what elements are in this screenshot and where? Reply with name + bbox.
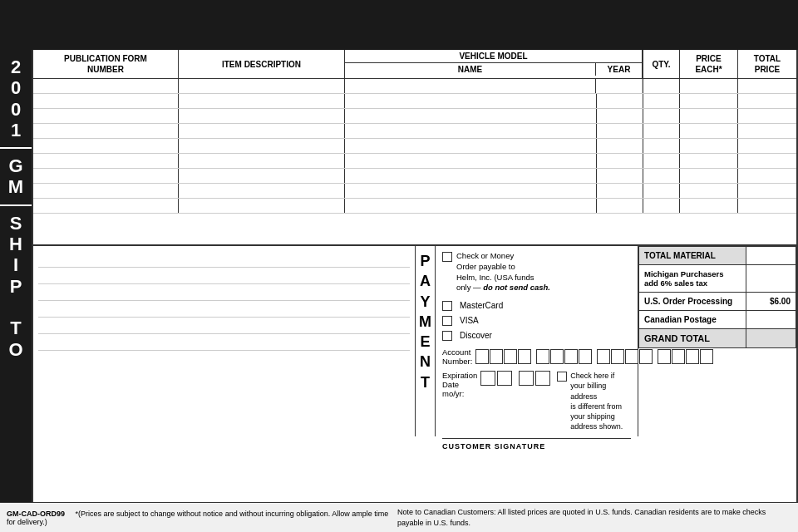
- ship-to-area: [33, 246, 416, 436]
- payment-content: Check or Money Order payable to Helm, In…: [436, 246, 638, 436]
- vehicle-sub-header: NAME YEAR: [345, 63, 642, 76]
- table-row: [33, 94, 796, 109]
- col-vehicle-year: YEAR: [596, 63, 642, 76]
- acct-box[interactable]: [490, 349, 503, 364]
- table-row: [33, 79, 796, 94]
- us-order-label: U.S. Order Processing: [639, 293, 746, 311]
- acct-box[interactable]: [597, 349, 610, 364]
- footer-bar: GM-CAD-ORD99 *(Prices are subject to cha…: [0, 502, 798, 532]
- acct-box[interactable]: [536, 349, 549, 364]
- michigan-label: Michigan Purchasers add 6% sales tax: [639, 265, 746, 293]
- acct-box[interactable]: [550, 349, 564, 364]
- table-row: [33, 109, 796, 124]
- customer-signature-area: CUSTOMER SIGNATURE: [442, 438, 631, 451]
- page-wrapper: 2 0 0 1 G M S H I P T O: [0, 0, 798, 532]
- payment-summary: TOTAL MATERIAL Michigan Purchasers add 6…: [638, 246, 796, 436]
- exp-box[interactable]: [519, 371, 534, 386]
- top-bar: [0, 0, 798, 50]
- discover-option: Discover: [442, 330, 631, 341]
- year-label: 2 0 0 1: [11, 57, 21, 140]
- acct-box[interactable]: [564, 349, 578, 364]
- visa-checkbox[interactable]: [442, 316, 452, 326]
- us-order-row: U.S. Order Processing $6.00: [639, 293, 796, 311]
- acct-box[interactable]: [475, 349, 489, 364]
- visa-option: VISA: [442, 315, 631, 326]
- table-row: [33, 199, 796, 214]
- brand-label: G M: [8, 155, 23, 198]
- col-item-desc: ITEM DESCRIPTION: [179, 50, 345, 78]
- canadian-postage-row: Canadian Postage: [639, 311, 796, 329]
- us-order-value: $6.00: [746, 293, 796, 311]
- col-price-each: PRICE EACH*: [680, 50, 738, 78]
- check-money-checkbox[interactable]: [442, 252, 452, 262]
- mastercard-option: MasterCard: [442, 300, 631, 311]
- ship-to-label: S H I P T O: [8, 213, 22, 360]
- account-number-row: Account Number:: [442, 347, 631, 366]
- left-divider: [0, 147, 32, 149]
- left-label-bar: 2 0 0 1 G M S H I P T O: [0, 50, 32, 502]
- col-pub-number: PUBLICATION FORM NUMBER: [33, 50, 179, 78]
- summary-table: TOTAL MATERIAL Michigan Purchasers add 6…: [638, 246, 796, 348]
- acct-box[interactable]: [625, 349, 638, 364]
- col-vehicle-name: NAME: [345, 63, 596, 76]
- table-row: [33, 139, 796, 154]
- canadian-postage-value: [746, 311, 796, 329]
- footer-right: Note to Canadian Customers: All listed p…: [389, 507, 791, 528]
- total-material-label: TOTAL MATERIAL: [639, 247, 746, 265]
- grand-total-row: GRAND TOTAL: [639, 329, 796, 348]
- exp-boxes: [480, 371, 550, 386]
- table-header: PUBLICATION FORM NUMBER ITEM DESCRIPTION…: [33, 50, 796, 79]
- billing-address-check: Check here if your billing address is di…: [557, 371, 631, 431]
- discover-checkbox[interactable]: [442, 331, 452, 341]
- bottom-section: P A Y M E N T Check or Money Order p: [33, 245, 796, 436]
- expiration-row: Expiration Date mo/yr: Check here if y: [442, 371, 631, 431]
- grand-total-value: [746, 329, 796, 348]
- billing-address-checkbox[interactable]: [557, 372, 567, 382]
- col-vehicle-model: VEHICLE MODEL NAME YEAR: [345, 50, 643, 78]
- table-body-top: [33, 79, 796, 245]
- col-total-price: TOTAL PRICE: [738, 50, 796, 78]
- acct-box[interactable]: [504, 349, 517, 364]
- col-qty: QTY.: [643, 50, 680, 78]
- table-row: [33, 124, 796, 139]
- acct-box[interactable]: [518, 349, 531, 364]
- acct-box[interactable]: [579, 349, 592, 364]
- left-divider-2: [0, 204, 32, 206]
- michigan-row: Michigan Purchasers add 6% sales tax: [639, 265, 796, 293]
- footer-left: GM-CAD-ORD99 *(Prices are subject to cha…: [7, 510, 389, 526]
- payment-label-column: P A Y M E N T: [416, 246, 436, 436]
- table-row: [33, 184, 796, 199]
- exp-box[interactable]: [497, 371, 512, 386]
- grand-total-label: GRAND TOTAL: [639, 329, 746, 348]
- exp-box[interactable]: [535, 371, 550, 386]
- total-material-value: [746, 247, 796, 265]
- vehicle-model-header: VEHICLE MODEL: [345, 50, 642, 63]
- table-row: [33, 154, 796, 169]
- check-money-option: Check or Money Order payable to Helm, In…: [442, 251, 631, 293]
- exp-box[interactable]: [480, 371, 495, 386]
- table-row: [33, 169, 796, 184]
- canadian-postage-label: Canadian Postage: [639, 311, 746, 329]
- mastercard-checkbox[interactable]: [442, 301, 452, 311]
- michigan-value: [746, 265, 796, 293]
- acct-box[interactable]: [611, 349, 624, 364]
- total-material-row: TOTAL MATERIAL: [639, 247, 796, 265]
